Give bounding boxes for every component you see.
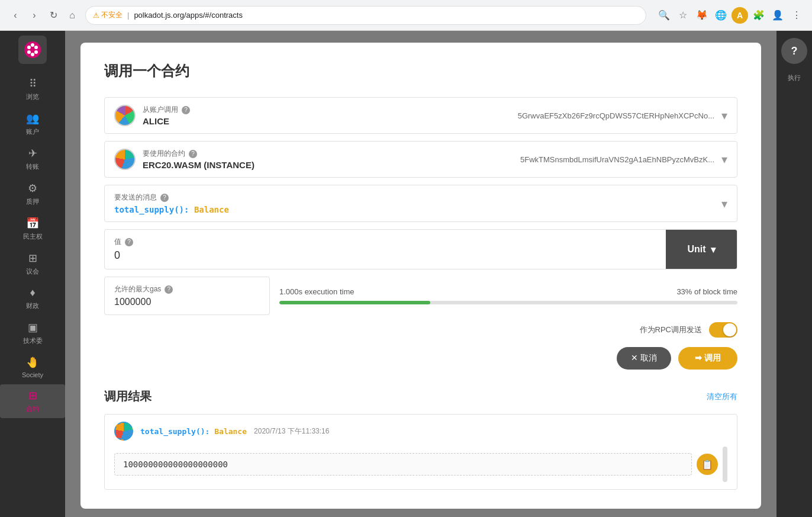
value-left: 值 ? 0 <box>105 230 666 269</box>
sidebar-item-label-treasury: 财政 <box>26 301 39 310</box>
sidebar-item-society[interactable]: 🤚 Society <box>0 351 65 383</box>
sidebar-item-browse[interactable]: ⠿ 浏览 <box>0 72 65 106</box>
help-button[interactable]: ? <box>781 38 807 64</box>
value-help-icon[interactable]: ? <box>125 238 133 246</box>
sidebar-item-label-contracts: 合约 <box>26 404 39 413</box>
sidebar: ⠿ 浏览 👥 账户 ✈ 转账 ⚙ 质押 📅 民主权 ⊞ 议会 ♦ 财政 ▣ <box>0 31 65 517</box>
modal: 调用一个合约 从账户调用 ? ALICE 5GrwvaEF5zXb26Fz9rc… <box>80 43 761 509</box>
unit-label: Unit <box>687 244 705 255</box>
result-fn-info: total_supply(): Balance <box>140 427 247 436</box>
contract-help-icon[interactable]: ? <box>189 150 197 158</box>
gas-help-icon[interactable]: ? <box>165 285 173 294</box>
browser-chrome: ‹ › ↻ ⌂ ⚠ 不安全 | polkadot.js.org/apps/#/c… <box>0 0 812 31</box>
result-scrollbar[interactable] <box>723 447 727 482</box>
menu-icon[interactable]: ⋮ <box>788 7 805 24</box>
value-input[interactable]: 0 <box>114 249 656 262</box>
sidebar-item-label-democracy: 民主权 <box>23 232 43 241</box>
sidebar-item-label-council: 议会 <box>26 267 39 276</box>
app-layout: ⠿ 浏览 👥 账户 ✈ 转账 ⚙ 质押 📅 民主权 ⊞ 议会 ♦ 财政 ▣ <box>0 31 812 517</box>
result-header: total_supply(): Balance 2020/7/13 下午11:3… <box>114 422 727 441</box>
message-help-icon[interactable]: ? <box>160 194 169 202</box>
extension-icon-1[interactable]: 🦊 <box>694 7 710 24</box>
reload-button[interactable]: ↻ <box>45 7 62 24</box>
contract-dropdown-arrow[interactable]: ▾ <box>721 152 727 166</box>
extension-icon-3[interactable]: A <box>732 7 748 24</box>
gas-bar-track <box>279 301 737 304</box>
sidebar-item-techcomm[interactable]: ▣ 技术委 <box>0 316 65 350</box>
copy-icon: 📋 <box>701 459 713 470</box>
svg-point-4 <box>31 53 34 56</box>
browser-icons: 🔍 ☆ 🦊 🌐 A 🧩 👤 ⋮ <box>656 7 805 24</box>
unit-button[interactable]: Unit ▾ <box>666 230 737 269</box>
home-button[interactable]: ⌂ <box>64 7 80 24</box>
sidebar-item-treasury[interactable]: ♦ 财政 <box>0 282 65 315</box>
from-account-address: 5GrwvaEF5zXb26Fz9rcQpDWS57CtERHpNehXCPcN… <box>518 111 714 120</box>
svg-point-2 <box>34 46 38 49</box>
result-fn-type: Balance <box>214 427 247 436</box>
extension-icon-2[interactable]: 🌐 <box>713 7 729 24</box>
unit-dropdown-icon: ▾ <box>711 244 716 255</box>
call-button[interactable]: ➡ 调用 <box>678 347 737 370</box>
toggle-knob <box>723 323 736 336</box>
back-button[interactable]: ‹ <box>7 7 24 24</box>
sidebar-item-council[interactable]: ⊞ 议会 <box>0 247 65 281</box>
gas-bar-fill <box>279 301 430 304</box>
right-panel: ? 执行 <box>776 31 812 517</box>
result-fn-name: total_supply <box>140 427 196 436</box>
from-account-help-icon[interactable]: ? <box>182 106 190 114</box>
sidebar-item-label-staking: 质押 <box>26 197 39 206</box>
rpc-label: 作为RPC调用发送 <box>640 325 702 335</box>
results-header: 调用结果 清空所有 <box>104 388 737 404</box>
gas-right: 1.000s execution time 33% of block time <box>279 287 737 304</box>
sidebar-item-staking[interactable]: ⚙ 质押 <box>0 177 65 211</box>
gas-left: 允许的最大gas ? 1000000 <box>104 277 270 315</box>
app-logo[interactable] <box>18 36 47 64</box>
clear-all-button[interactable]: 清空所有 <box>707 391 737 402</box>
gas-row: 允许的最大gas ? 1000000 1.000s execution time… <box>104 277 737 315</box>
url-text: polkadot.js.org/apps/#/contracts <box>134 11 243 20</box>
techcomm-icon: ▣ <box>28 321 38 334</box>
from-account-name: ALICE <box>143 116 511 126</box>
gas-bar-info: 1.000s execution time 33% of block time <box>279 287 737 296</box>
sidebar-item-democracy[interactable]: 📅 民主权 <box>0 212 65 246</box>
sidebar-item-label-techcomm: 技术委 <box>23 336 43 345</box>
rpc-toggle[interactable] <box>709 322 737 338</box>
extension-icon-4[interactable]: 🧩 <box>750 7 767 24</box>
from-account-field: 从账户调用 ? ALICE 5GrwvaEF5zXb26Fz9rcQpDWS57… <box>104 97 737 134</box>
result-item: total_supply(): Balance 2020/7/13 下午11:3… <box>104 414 737 490</box>
right-panel-execute[interactable]: 执行 <box>788 73 801 82</box>
cancel-button[interactable]: ✕ 取消 <box>617 347 671 370</box>
council-icon: ⊞ <box>28 252 37 265</box>
sidebar-item-label-accounts: 账户 <box>26 127 39 136</box>
value-row: 值 ? 0 Unit ▾ <box>104 229 737 269</box>
svg-point-6 <box>27 46 31 49</box>
bookmark-icon-btn[interactable]: ☆ <box>675 7 691 24</box>
message-type: Balance <box>194 205 229 214</box>
polkadot-logo-icon <box>23 40 42 59</box>
gas-value[interactable]: 1000000 <box>114 297 260 307</box>
sidebar-item-accounts[interactable]: 👥 账户 <box>0 107 65 141</box>
cancel-label: ✕ 取消 <box>631 353 657 364</box>
sidebar-item-transfer[interactable]: ✈ 转账 <box>0 142 65 176</box>
forward-button[interactable]: › <box>26 7 43 24</box>
copy-button[interactable]: 📋 <box>697 454 718 475</box>
staking-icon: ⚙ <box>28 182 37 195</box>
svg-point-3 <box>34 50 38 54</box>
address-bar[interactable]: ⚠ 不安全 | polkadot.js.org/apps/#/contracts <box>85 6 646 25</box>
gas-block-time: 33% of block time <box>676 287 737 296</box>
action-row: ✕ 取消 ➡ 调用 <box>104 347 737 370</box>
result-timestamp: 2020/7/13 下午11:33:16 <box>254 426 329 436</box>
contracts-icon: ⊞ <box>28 389 37 402</box>
treasury-icon: ♦ <box>30 287 35 299</box>
message-dropdown-arrow[interactable]: ▾ <box>721 197 727 211</box>
search-icon-btn[interactable]: 🔍 <box>656 7 672 24</box>
profile-icon[interactable]: 👤 <box>769 7 786 24</box>
contract-name: ERC20.WASM (INSTANCE) <box>143 160 513 170</box>
message-value: total_supply(): Balance <box>114 205 721 214</box>
contract-content: 要使用的合约 ? ERC20.WASM (INSTANCE) <box>143 149 513 170</box>
sidebar-item-label-browse: 浏览 <box>26 92 39 101</box>
sidebar-item-contracts[interactable]: ⊞ 合约 <box>0 384 65 418</box>
contract-avatar <box>114 149 136 170</box>
gas-label: 允许的最大gas ? <box>114 284 260 294</box>
from-account-dropdown-arrow[interactable]: ▾ <box>721 108 727 123</box>
